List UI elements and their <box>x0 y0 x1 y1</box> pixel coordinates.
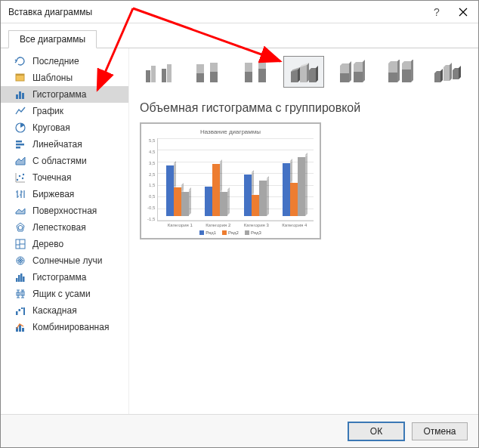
area-chart-icon <box>14 155 26 167</box>
sidebar-item-label: Точечная <box>32 172 71 183</box>
templates-icon <box>14 72 26 84</box>
column-chart-icon <box>14 88 26 100</box>
chart-preview[interactable]: Название диаграммы 5,54,53,52,51,50,5-0,… <box>140 122 321 239</box>
svg-rect-38 <box>245 72 252 82</box>
x-axis-label: Категория 2 <box>206 223 230 227</box>
cancel-button[interactable]: Отмена <box>412 422 468 440</box>
histogram-icon <box>14 271 26 283</box>
sidebar-item-area-chart[interactable]: С областями <box>1 153 128 169</box>
sidebar-item-column-chart[interactable]: Гистограмма <box>1 86 128 103</box>
radar-chart-icon <box>14 221 26 233</box>
x-axis-label: Категория 1 <box>168 223 193 227</box>
sidebar-item-line-chart[interactable]: График <box>1 103 128 119</box>
chart-subtype-row <box>140 56 468 88</box>
svg-rect-7 <box>16 144 24 146</box>
bar <box>298 157 305 216</box>
svg-rect-6 <box>16 141 22 143</box>
sidebar-item-label: Последние <box>32 56 79 66</box>
svg-point-12 <box>23 174 24 175</box>
svg-rect-36 <box>210 72 218 82</box>
sidebar-item-label: Солнечные лучи <box>32 255 102 266</box>
sidebar-item-label: Гистограмма <box>32 89 86 100</box>
line-chart-icon <box>14 105 26 117</box>
sidebar-item-label: Лепестковая <box>32 222 86 233</box>
sidebar-item-label: График <box>32 106 63 116</box>
sidebar-item-combo-chart[interactable]: Комбинированная <box>1 319 128 335</box>
treemap-icon <box>14 238 26 250</box>
bar <box>166 165 174 216</box>
svg-rect-25 <box>23 307 25 315</box>
bar <box>205 187 212 216</box>
ok-button[interactable]: ОК <box>348 422 404 440</box>
dialog-title: Вставка диаграммы <box>8 7 92 17</box>
sidebar-item-bar-chart[interactable]: Линейчатая <box>1 136 128 153</box>
subtype-3d-column[interactable] <box>428 56 468 88</box>
waterfall-icon <box>14 304 26 317</box>
sidebar-item-histogram[interactable]: Гистограмма <box>1 269 128 286</box>
svg-point-10 <box>19 175 20 177</box>
svg-rect-34 <box>196 73 204 82</box>
sidebar-item-sunburst[interactable]: Солнечные лучи <box>1 252 128 269</box>
legend-item: Ряд2 <box>222 230 239 235</box>
subtype-clustered-column[interactable] <box>140 56 180 88</box>
legend-item: Ряд3 <box>245 230 261 235</box>
svg-rect-16 <box>16 278 18 282</box>
svg-rect-18 <box>20 273 23 282</box>
sidebar-item-boxwhisker[interactable]: Ящик с усами <box>1 286 128 302</box>
sidebar-item-waterfall[interactable]: Каскадная <box>1 302 128 319</box>
bar <box>244 175 252 216</box>
bar <box>252 195 259 216</box>
sidebar-item-label: Ящик с усами <box>32 289 91 299</box>
pie-chart-icon <box>14 122 26 134</box>
subtype-stacked-column[interactable] <box>187 56 227 88</box>
stock-chart-icon <box>14 188 26 200</box>
svg-rect-22 <box>16 311 18 315</box>
sidebar-item-treemap[interactable]: Дерево <box>1 236 128 252</box>
help-icon[interactable]: ? <box>425 1 448 23</box>
svg-rect-40 <box>258 69 266 82</box>
svg-rect-8 <box>16 147 20 149</box>
sidebar-item-label: Гистограмма <box>32 272 86 283</box>
sidebar-item-label: Поверхностная <box>32 205 97 216</box>
svg-rect-28 <box>22 328 24 332</box>
bar-group <box>283 138 305 221</box>
close-icon[interactable] <box>448 1 478 23</box>
bar <box>290 183 298 216</box>
sidebar-item-label: С областями <box>32 156 87 166</box>
svg-rect-31 <box>162 69 166 82</box>
sidebar-item-scatter-chart[interactable]: Точечная <box>1 169 128 186</box>
chart-subtype-title: Объемная гистограмма с группировкой <box>140 101 468 115</box>
sidebar-item-templates[interactable]: Шаблоны <box>1 70 128 86</box>
sidebar-item-label: Линейчатая <box>32 139 82 150</box>
chart-preview-title: Название диаграммы <box>147 128 314 135</box>
sidebar-item-surface-chart[interactable]: Поверхностная <box>1 202 128 219</box>
bar <box>259 181 267 216</box>
tab-all-charts[interactable]: Все диаграммы <box>8 30 97 48</box>
x-axis-label: Категория 3 <box>244 223 269 227</box>
subtype-3d-clustered-column[interactable] <box>283 56 323 88</box>
sidebar-item-recent[interactable]: Последние <box>1 53 128 70</box>
combo-chart-icon <box>14 321 26 333</box>
svg-rect-17 <box>18 275 20 282</box>
subtype-3d-100-stacked-column[interactable] <box>379 56 419 88</box>
sidebar-item-pie-chart[interactable]: Круговая <box>1 119 128 136</box>
sunburst-icon <box>14 255 26 267</box>
cancel-button-label: Отмена <box>423 426 456 437</box>
svg-rect-29 <box>146 70 150 82</box>
recent-icon <box>14 55 26 67</box>
svg-rect-4 <box>22 93 24 99</box>
sidebar-item-label: Комбинированная <box>32 322 109 332</box>
sidebar-item-stock-chart[interactable]: Биржевая <box>1 186 128 202</box>
svg-rect-2 <box>16 94 18 99</box>
svg-rect-23 <box>19 309 21 311</box>
x-axis-label: Категория 4 <box>282 223 307 227</box>
subtype-100-stacked-column[interactable] <box>236 56 276 88</box>
sidebar-item-radar-chart[interactable]: Лепестковая <box>1 219 128 236</box>
bar-group <box>244 138 267 221</box>
svg-point-11 <box>22 178 23 179</box>
scatter-chart-icon <box>14 171 26 184</box>
bar <box>283 163 290 216</box>
subtype-3d-stacked-column[interactable] <box>332 56 372 88</box>
svg-rect-24 <box>21 307 23 309</box>
sidebar-item-label: Биржевая <box>32 189 74 199</box>
